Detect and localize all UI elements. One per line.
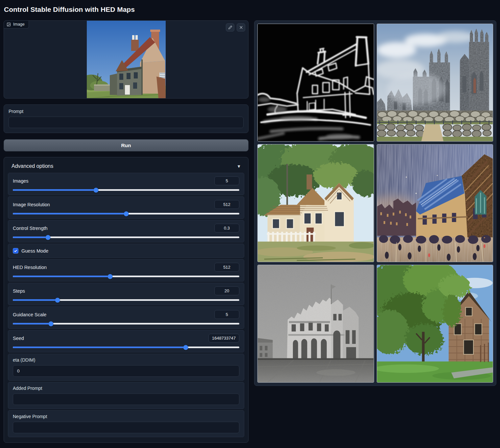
image-resolution-value[interactable]: 512	[214, 200, 239, 209]
input-image-tab: Image	[4, 21, 29, 29]
hed-resolution-value[interactable]: 512	[214, 263, 239, 272]
images-slider-block: Images 5	[8, 173, 244, 195]
hed-resolution-label: HED Resolution	[13, 265, 47, 270]
check-icon	[14, 249, 17, 253]
image-toolbar	[226, 23, 245, 32]
left-column: Image Prompt Run Advanced opti	[4, 20, 249, 443]
gallery-item-brick-house[interactable]	[377, 265, 493, 383]
prompt-field: Prompt	[4, 104, 249, 133]
hed-resolution-slider-handle[interactable]	[108, 274, 113, 279]
advanced-options-panel: Advanced options ▼ Images 5 Image Resolu…	[4, 157, 249, 443]
eta-ddim-label: eta (DDIM)	[13, 357, 239, 363]
run-button[interactable]: Run	[4, 139, 249, 151]
pencil-icon	[228, 25, 232, 30]
app: Control Stable Diffusion with HED Maps	[0, 0, 500, 448]
steps-slider-handle[interactable]	[55, 298, 60, 302]
prompt-input[interactable]	[9, 117, 244, 128]
guess-mode-checkbox[interactable]	[13, 248, 18, 254]
input-image-photo[interactable]	[87, 21, 166, 98]
seed-slider-block: Seed 1648733747	[8, 330, 244, 352]
images-label: Images	[13, 178, 29, 184]
control-strength-slider[interactable]	[13, 236, 239, 238]
gallery-item-hed-edge-map[interactable]	[257, 24, 374, 142]
gallery-item-cream-house[interactable]	[257, 144, 374, 262]
guidance-scale-slider[interactable]	[13, 323, 239, 325]
seed-label: Seed	[13, 336, 24, 341]
gallery-item-bw-building[interactable]	[257, 265, 374, 383]
images-slider[interactable]	[13, 189, 239, 191]
main-row: Image Prompt Run Advanced opti	[4, 20, 496, 443]
right-column	[254, 20, 496, 386]
input-image-panel[interactable]: Image	[4, 20, 249, 99]
guess-mode-label: Guess Mode	[21, 248, 48, 254]
guess-mode-checkbox-block: Guess Mode	[8, 244, 244, 258]
guidance-scale-slider-block: Guidance Scale 5	[8, 306, 244, 329]
guidance-scale-label: Guidance Scale	[13, 312, 46, 317]
image-resolution-slider[interactable]	[13, 213, 239, 214]
collapse-arrow-icon: ▼	[237, 164, 241, 169]
seed-slider-handle[interactable]	[183, 345, 188, 350]
image-icon	[7, 22, 11, 27]
images-value[interactable]: 5	[214, 176, 239, 185]
control-strength-slider-block: Control Strength 0.3	[8, 220, 244, 242]
advanced-controls: Images 5 Image Resolution 512 Control St…	[8, 173, 244, 437]
seed-slider[interactable]	[13, 347, 239, 348]
hed-resolution-slider[interactable]	[13, 276, 239, 277]
seed-value[interactable]: 1648733747	[208, 334, 239, 343]
hed-resolution-slider-block: HED Resolution 512	[8, 259, 244, 281]
negative-prompt-label: Negative Prompt	[13, 414, 239, 419]
steps-slider-block: Steps 20	[8, 283, 244, 305]
added-prompt-input[interactable]	[13, 393, 239, 405]
steps-label: Steps	[13, 288, 25, 294]
advanced-options-title: Advanced options	[12, 163, 53, 169]
negative-prompt-input[interactable]	[13, 422, 239, 433]
eta-ddim-field: eta (DDIM) 0	[8, 354, 244, 381]
added-prompt-label: Added Prompt	[13, 386, 239, 391]
eta-ddim-input[interactable]: 0	[13, 365, 239, 377]
image-resolution-slider-handle[interactable]	[124, 211, 129, 216]
added-prompt-field: Added Prompt	[8, 382, 244, 409]
edit-image-button[interactable]	[226, 23, 234, 32]
negative-prompt-field: Negative Prompt	[8, 410, 244, 437]
gallery-item-stylized-painting[interactable]	[377, 144, 493, 262]
control-strength-label: Control Strength	[13, 226, 48, 231]
output-gallery	[254, 20, 496, 386]
image-resolution-label: Image Resolution	[13, 202, 50, 207]
gallery-item-cathedral[interactable]	[377, 24, 493, 142]
input-image-tab-label: Image	[13, 22, 25, 27]
control-strength-slider-handle[interactable]	[45, 235, 50, 240]
guidance-scale-value[interactable]: 5	[214, 310, 239, 319]
images-slider-handle[interactable]	[93, 188, 98, 192]
steps-slider[interactable]	[13, 299, 239, 301]
clear-image-button[interactable]	[237, 23, 245, 32]
steps-value[interactable]: 20	[214, 286, 239, 295]
page-title: Control Stable Diffusion with HED Maps	[4, 5, 496, 14]
advanced-options-header[interactable]: Advanced options ▼	[8, 161, 244, 173]
control-strength-value[interactable]: 0.3	[214, 224, 239, 233]
guidance-scale-slider-handle[interactable]	[49, 321, 54, 326]
close-icon	[239, 25, 243, 30]
prompt-label: Prompt	[9, 109, 244, 114]
image-resolution-slider-block: Image Resolution 512	[8, 196, 244, 219]
